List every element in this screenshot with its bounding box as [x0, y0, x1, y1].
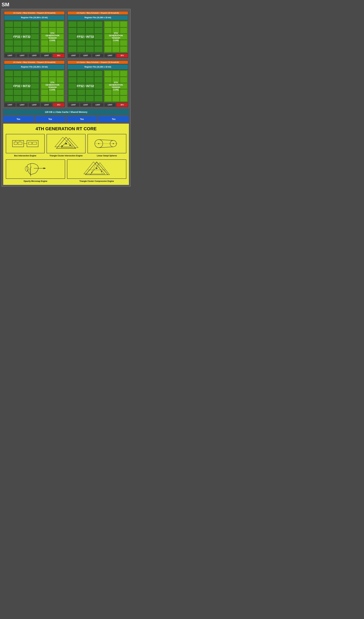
fp32-cell	[31, 46, 39, 52]
tensor-cell	[49, 28, 56, 33]
fp32-cell	[14, 77, 22, 83]
tensor-cell	[120, 89, 127, 95]
tensor-cell	[104, 70, 112, 77]
fp32-cell	[77, 83, 85, 89]
tensor-cell	[112, 83, 120, 89]
fp32-cell	[14, 89, 22, 95]
cores-area-4: FP32 / INT32	[68, 70, 128, 102]
svg-rect-1	[14, 142, 17, 144]
fp32-cell	[94, 83, 103, 89]
tensor-cell	[112, 96, 120, 101]
fp32-cell	[5, 21, 13, 27]
svg-line-15	[62, 144, 66, 146]
linear-swept-label: Linear Swept Spheres	[97, 155, 117, 157]
tensor-cell	[112, 28, 120, 33]
tensor-cell	[120, 40, 127, 46]
svg-point-35	[101, 171, 102, 172]
fp32-cell	[22, 46, 30, 52]
tex-unit-4: Tex	[98, 116, 129, 122]
fp32-cell	[77, 70, 85, 77]
opacity-micromap-engine: Opacity Micromap Engine	[6, 159, 65, 182]
fp32-cell	[85, 83, 94, 89]
warp-scheduler-2: L0 i-Cache + Warp Scheduler + Dispatch (…	[68, 12, 128, 14]
fp32-cell	[68, 40, 77, 46]
tensor-cell	[56, 34, 64, 40]
sfu-2: SFU	[116, 54, 128, 57]
cores-area-1: FP32 / INT32	[4, 21, 64, 53]
fp32-cell	[77, 77, 85, 83]
tensor-cell	[120, 96, 127, 101]
tensor-cell	[41, 89, 48, 95]
rt-top-row: Box Intersection Engine	[6, 134, 126, 157]
bottom-units-4: LD/ST LD/ST LD/ST LD/ST SFU	[68, 103, 128, 107]
fp32-cell	[14, 96, 22, 101]
fp32-cell	[77, 21, 85, 27]
fp32-cell	[22, 34, 30, 40]
tensor-cell	[41, 34, 48, 40]
svg-rect-2	[18, 142, 22, 144]
tensor-cell	[41, 77, 48, 83]
tensor-cell	[112, 77, 120, 83]
fp32-cell	[31, 40, 39, 46]
ldst-3-2: LD/ST	[16, 103, 28, 107]
fp32-cell	[5, 40, 13, 46]
quadrant-2: L0 i-Cache + Warp Scheduler + Dispatch (…	[67, 11, 129, 58]
svg-marker-11	[61, 138, 78, 148]
fp32-cell	[5, 77, 13, 83]
fp32-cell	[77, 89, 85, 95]
bottom-units-3: LD/ST LD/ST LD/ST LD/ST SFU	[4, 103, 64, 107]
tensor-cell	[104, 83, 112, 89]
register-file-1: Register File (16,384 x 32-bit)	[4, 15, 64, 20]
tensor-cell	[112, 40, 120, 46]
linear-swept-diagram	[87, 134, 126, 153]
warp-scheduler-3: L0 i-Cache + Warp Scheduler + Dispatch (…	[4, 61, 64, 64]
fp32-cell	[22, 83, 30, 89]
tensor-cell	[120, 34, 127, 40]
tensor-cell	[104, 96, 112, 101]
fp32-cell	[68, 21, 77, 27]
bottom-units-1: LD/ST LD/ST LD/ST LD/ST SFU	[4, 54, 64, 57]
fp32-cell	[77, 40, 85, 46]
fp32-cell	[31, 89, 39, 95]
triangle-compression-engine: Triangle Cluster Compression Engine	[67, 159, 126, 182]
svg-line-31	[97, 162, 102, 174]
tensor-section-4: 5THGENERATIONTENSOR CORE	[104, 70, 128, 102]
ldst-1-2: LD/ST	[16, 54, 28, 57]
tensor-cell	[49, 77, 56, 83]
tensor-section-3: 5THGENERATIONTENSOR CORE	[40, 70, 64, 102]
fp32-cell	[14, 40, 22, 46]
ldst-1-4: LD/ST	[41, 54, 52, 57]
fp32-cell	[94, 96, 103, 101]
fp32-cell	[85, 77, 94, 83]
opacity-micromap-diagram	[6, 159, 65, 179]
sm-container: L0 i-Cache + Warp Scheduler + Dispatch (…	[2, 9, 130, 186]
tensor-cell	[104, 34, 112, 40]
tensor-cell	[120, 28, 127, 33]
cores-area-3: FP32 / INT32	[4, 70, 64, 102]
sfu-1: SFU	[53, 54, 64, 57]
bottom-units-2: LD/ST LD/ST LD/ST LD/ST SFU	[68, 54, 128, 57]
fp32-cell	[94, 70, 103, 77]
fp32-cell	[14, 21, 22, 27]
ldst-3-3: LD/ST	[28, 103, 40, 107]
fp32-cell	[22, 77, 30, 83]
fp32-cell	[5, 89, 13, 95]
tensor-cell	[56, 96, 64, 101]
triangle-cluster-diagram	[47, 134, 85, 153]
fp32-cell	[85, 89, 94, 95]
fp32-cell	[94, 28, 103, 33]
fp32-cell	[31, 34, 39, 40]
fp32-cell	[14, 28, 22, 33]
svg-point-33	[96, 168, 97, 169]
tensor-cell	[104, 40, 112, 46]
rt-bottom-row: Opacity Micromap Engine	[6, 159, 126, 182]
fp32-cell	[68, 46, 77, 52]
tensor-cell	[49, 89, 56, 95]
ldst-3-4: LD/ST	[41, 103, 52, 107]
quadrant-4: L0 i-Cache + Warp Scheduler + Dispatch (…	[67, 60, 129, 108]
warp-scheduler-1: L0 i-Cache + Warp Scheduler + Dispatch (…	[4, 12, 64, 14]
fp32-cell	[77, 96, 85, 101]
fp32-cell	[85, 70, 94, 77]
triangle-compression-diagram	[67, 159, 126, 179]
fp32-cell	[94, 46, 103, 52]
